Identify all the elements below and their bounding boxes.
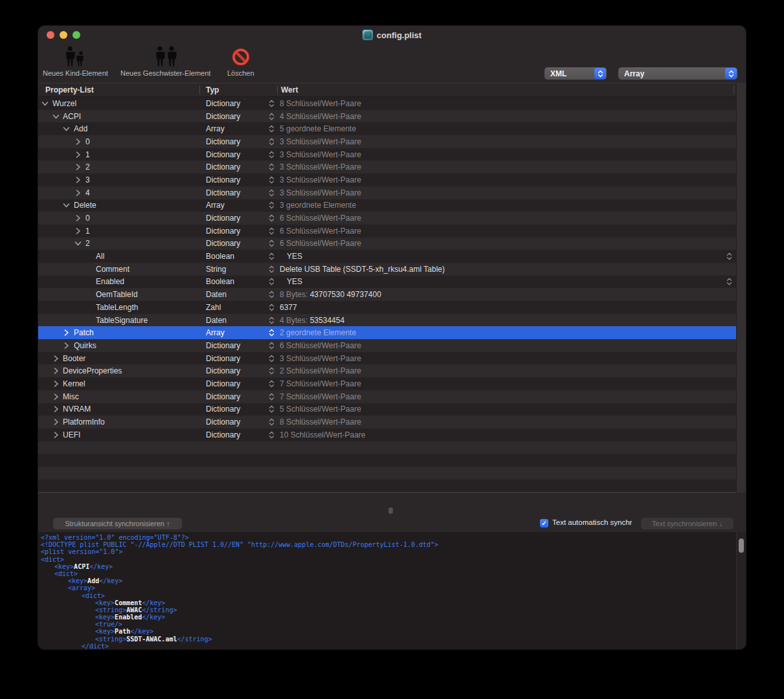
row-value[interactable]: 2 Schlüssel/Wert-Paare <box>280 366 361 375</box>
type-stepper-icon[interactable] <box>269 151 274 159</box>
row-type-value[interactable]: Zahl <box>206 303 221 312</box>
row-key-label[interactable]: TableSignature <box>96 316 148 325</box>
plist-row[interactable]: EnabledBooleanYES <box>38 276 736 289</box>
type-stepper-icon[interactable] <box>269 393 274 401</box>
plist-row[interactable]: 3Dictionary3 Schlüssel/Wert-Paare <box>38 173 736 186</box>
type-stepper-icon[interactable] <box>269 380 274 388</box>
plist-row[interactable]: NVRAMDictionary5 Schlüssel/Wert-Paare <box>38 403 736 416</box>
auto-sync-checkbox-label[interactable]: Text automatisch synchr <box>552 518 632 526</box>
column-divider[interactable] <box>277 85 278 94</box>
type-stepper-icon[interactable] <box>269 291 274 298</box>
row-key-label[interactable]: Add <box>74 124 87 133</box>
type-stepper-icon[interactable] <box>269 316 274 324</box>
row-key-label[interactable]: 0 <box>85 137 90 146</box>
chevron-right-icon[interactable] <box>74 164 82 171</box>
sync-structure-view-button[interactable]: Strukturansicht synchronisieren ↑ <box>53 518 182 529</box>
pane-splitter-handle[interactable] <box>388 507 393 514</box>
row-type-value[interactable]: Dictionary <box>206 227 240 236</box>
row-type-value[interactable]: Dictionary <box>206 99 240 108</box>
type-stepper-icon[interactable] <box>269 113 274 120</box>
row-value[interactable]: 4 Schlüssel/Wert-Paare <box>280 112 361 121</box>
chevron-down-icon[interactable] <box>63 126 70 133</box>
row-key-label[interactable]: All <box>96 252 104 261</box>
editor-scrollbar-track[interactable] <box>736 532 746 649</box>
plist-row[interactable]: CommentStringDelete USB Table (SSDT-5-xh… <box>38 263 736 276</box>
row-type-value[interactable]: Array <box>206 124 225 133</box>
chevron-right-icon[interactable] <box>74 151 82 158</box>
chevron-down-icon[interactable] <box>41 100 49 107</box>
column-header-wert[interactable]: Wert <box>281 83 298 96</box>
plist-row[interactable]: 1Dictionary3 Schlüssel/Wert-Paare <box>38 148 736 161</box>
row-key-label[interactable]: 4 <box>85 188 90 197</box>
plist-row[interactable]: 0Dictionary3 Schlüssel/Wert-Paare <box>38 135 736 148</box>
row-key-label[interactable]: 2 <box>85 239 90 248</box>
row-value[interactable]: 3 Schlüssel/Wert-Paare <box>280 150 361 159</box>
row-value[interactable]: 6377 <box>280 303 297 312</box>
type-stepper-icon[interactable] <box>269 265 274 273</box>
row-value[interactable]: 6 Schlüssel/Wert-Paare <box>280 341 361 350</box>
format-popup[interactable]: XML <box>544 67 607 80</box>
type-stepper-icon[interactable] <box>269 201 274 209</box>
row-key-label[interactable]: 0 <box>85 214 90 223</box>
row-value[interactable]: 3 Schlüssel/Wert-Paare <box>280 162 361 172</box>
plist-row[interactable]: AddArray5 geordnete Elemente <box>38 122 736 135</box>
row-type-value[interactable]: Dictionary <box>206 175 240 184</box>
chevron-right-icon[interactable] <box>74 227 82 234</box>
chevron-right-icon[interactable] <box>74 138 82 145</box>
row-key-label[interactable]: Wurzel <box>52 99 76 108</box>
plist-row[interactable]: 1Dictionary6 Schlüssel/Wert-Paare <box>38 225 736 238</box>
row-key-label[interactable]: OemTableId <box>96 290 138 299</box>
auto-sync-checkbox[interactable] <box>540 519 548 527</box>
chevron-right-icon[interactable] <box>74 189 82 196</box>
display-as-popup[interactable]: Array <box>618 67 737 80</box>
row-key-label[interactable]: DeviceProperties <box>63 366 122 375</box>
delete-element-button[interactable]: Löschen <box>227 45 254 77</box>
plist-row[interactable]: PatchArray2 geordnete Elemente <box>38 326 736 339</box>
type-stepper-icon[interactable] <box>269 367 274 375</box>
plist-row[interactable]: 2Dictionary3 Schlüssel/Wert-Paare <box>38 161 736 173</box>
row-key-label[interactable]: 1 <box>85 227 90 236</box>
plist-row[interactable]: DeleteArray3 geordnete Elemente <box>38 199 736 212</box>
type-stepper-icon[interactable] <box>269 418 274 426</box>
row-type-value[interactable]: Daten <box>206 290 227 299</box>
chevron-right-icon[interactable] <box>52 393 60 400</box>
column-header-typ[interactable]: Typ <box>206 83 219 96</box>
plist-row[interactable]: TableSignatureDaten4 Bytes: 53534454 <box>38 314 736 327</box>
type-stepper-icon[interactable] <box>269 214 274 222</box>
row-value[interactable]: Delete USB Table (SSDT-5-xh_rksu4.aml Ta… <box>280 265 445 274</box>
row-value[interactable]: 6 Schlüssel/Wert-Paare <box>280 227 361 236</box>
row-type-value[interactable]: Array <box>206 328 225 337</box>
row-type-value[interactable]: Dictionary <box>206 188 240 197</box>
chevron-right-icon[interactable] <box>52 431 60 438</box>
row-key-label[interactable]: 2 <box>85 162 90 172</box>
row-type-value[interactable]: Boolean <box>206 252 234 261</box>
plist-row[interactable]: KernelDictionary7 Schlüssel/Wert-Paare <box>38 377 736 390</box>
new-child-element-button[interactable]: Neues Kind-Element <box>43 45 108 77</box>
type-stepper-icon[interactable] <box>269 100 274 107</box>
row-key-label[interactable]: Misc <box>63 392 79 401</box>
type-stepper-icon[interactable] <box>269 304 274 311</box>
row-key-label[interactable]: Patch <box>74 328 94 337</box>
row-type-value[interactable]: Dictionary <box>206 137 240 146</box>
plist-row[interactable]: 2Dictionary6 Schlüssel/Wert-Paare <box>38 238 736 250</box>
new-sibling-element-button[interactable]: Neues Geschwister-Element <box>120 45 210 77</box>
row-key-label[interactable]: Kernel <box>63 379 85 388</box>
chevron-down-icon[interactable] <box>74 240 82 247</box>
row-key-label[interactable]: Comment <box>96 265 129 274</box>
plist-row[interactable]: QuirksDictionary6 Schlüssel/Wert-Paare <box>38 339 736 352</box>
chevron-right-icon[interactable] <box>52 380 60 387</box>
xml-source-editor[interactable]: <?xml version="1.0" encoding="UTF-8"?><!… <box>38 532 746 649</box>
row-type-value[interactable]: Dictionary <box>206 405 240 414</box>
row-value[interactable]: 8 Bytes: 43707530 49737400 <box>280 290 381 299</box>
row-type-value[interactable]: Dictionary <box>206 366 240 375</box>
row-value[interactable]: 6 Schlüssel/Wert-Paare <box>280 239 361 248</box>
row-type-value[interactable]: Dictionary <box>206 112 240 121</box>
chevron-right-icon[interactable] <box>63 342 70 349</box>
type-stepper-icon[interactable] <box>269 329 274 337</box>
row-type-value[interactable]: Dictionary <box>206 392 240 401</box>
row-key-label[interactable]: TableLength <box>96 303 138 312</box>
row-type-value[interactable]: Dictionary <box>206 150 240 159</box>
type-stepper-icon[interactable] <box>269 278 274 285</box>
row-value[interactable]: 7 Schlüssel/Wert-Paare <box>280 392 361 401</box>
type-stepper-icon[interactable] <box>269 138 274 146</box>
